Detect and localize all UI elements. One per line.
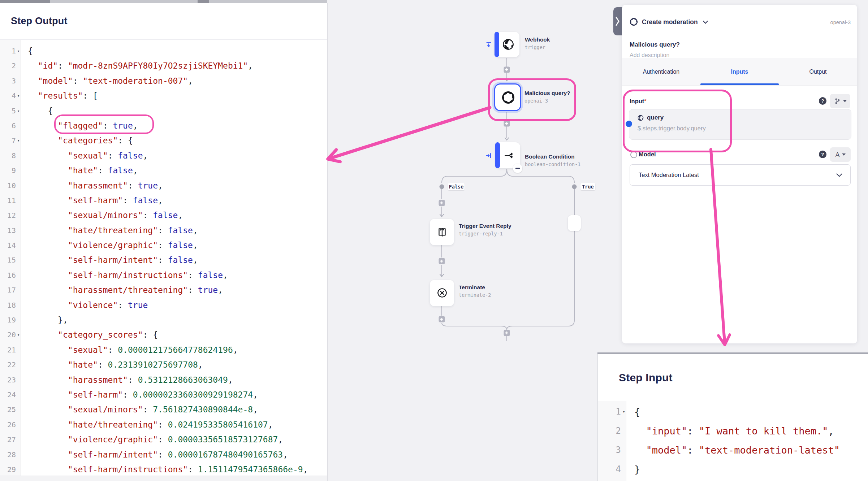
value-type-chip[interactable]: A	[830, 147, 851, 162]
inspector-node-name[interactable]: Malicious query?	[630, 41, 680, 48]
line-number: 27	[0, 432, 22, 447]
binding-mode-chip[interactable]	[830, 94, 850, 108]
node-title: Trigger Event Reply	[459, 223, 511, 229]
type-letter: A	[835, 151, 840, 159]
line-number: 13	[0, 223, 22, 238]
fold-toggle-icon[interactable]: ▾	[16, 44, 21, 58]
code-line: 17 "harassment/threatening": true,	[0, 283, 326, 298]
fold-toggle-icon[interactable]: ▾	[622, 402, 626, 421]
fold-toggle-icon[interactable]: ▾	[16, 133, 21, 148]
help-icon[interactable]: ?	[819, 151, 826, 158]
line-number: 20▾	[0, 328, 22, 342]
line-number: 23	[0, 373, 22, 387]
branch-label-true: True	[580, 183, 595, 190]
step-input-code: 1▾{2 "input": "I want to kill them.",3 "…	[598, 402, 868, 479]
caret-down-icon	[842, 153, 846, 156]
line-number: 12	[0, 208, 22, 223]
tab-inputs[interactable]: Inputs	[700, 58, 779, 85]
annotation-highlight-flagged	[54, 114, 154, 134]
chevron-down-icon	[836, 173, 842, 177]
code-line: 14 "violence/graphic": false,	[0, 238, 326, 253]
add-step-button[interactable]	[504, 121, 510, 127]
node-subtitle: terminate-2	[459, 292, 491, 298]
code-line: 2 "id": "modr-8znS9APFY80Iy7O2szjiSKEYMe…	[0, 58, 326, 73]
line-number: 11	[0, 193, 22, 208]
node-subtitle: trigger-reply-1	[459, 231, 511, 237]
code-line: 29 "self-harm/instructions": 1.151147954…	[0, 462, 326, 477]
terminate-icon	[436, 287, 448, 299]
node-inspector-panel: Create moderation openai-3 Malicious que…	[622, 5, 857, 343]
fold-toggle-icon[interactable]: ▾	[16, 88, 21, 103]
code-line: 7▾ "categories": {	[0, 133, 326, 148]
model-select[interactable]: Text Moderation Latest	[630, 164, 851, 186]
chevron-right-icon	[613, 7, 621, 35]
tab-output[interactable]: Output	[779, 58, 857, 85]
line-number: 18	[0, 298, 22, 313]
model-selected-value: Text Moderation Latest	[639, 165, 699, 185]
scrollbar-thumb[interactable]	[198, 0, 209, 3]
annotation-highlight-openai-node	[488, 78, 576, 121]
node-subtitle: boolean-condition-1	[525, 161, 580, 167]
inspector-node-id: openai-3	[830, 20, 851, 25]
node-subtitle: trigger	[525, 44, 550, 50]
fold-toggle-icon[interactable]: ▾	[16, 104, 21, 118]
branch-icon	[503, 149, 515, 162]
add-step-button[interactable]	[504, 330, 510, 336]
inspector-tabs: Authentication Inputs Output	[622, 58, 857, 86]
add-step-button[interactable]	[439, 258, 445, 264]
add-step-button[interactable]	[439, 316, 445, 322]
line-number: 4▾	[0, 88, 22, 103]
code-bottom-scroll-area[interactable]	[0, 476, 327, 481]
node-webhook[interactable]	[495, 32, 519, 57]
horizontal-scrollbar[interactable]	[0, 0, 327, 3]
code-line: 25 "sexual/minors": 7.561827430890844e-8…	[0, 402, 326, 417]
help-icon[interactable]: ?	[819, 97, 826, 105]
trigger-in-icon	[485, 41, 492, 48]
line-number: 25	[0, 402, 22, 417]
chevron-down-icon[interactable]	[703, 21, 708, 24]
code-line: 15 "self-harm/intent": false,	[0, 253, 326, 268]
inspector-node-type[interactable]: Create moderation	[642, 18, 698, 26]
line-number: 1▾	[598, 402, 630, 421]
line-number: 6	[0, 118, 22, 133]
code-line: 4}	[598, 460, 868, 479]
line-number: 21	[0, 343, 22, 358]
openai-icon	[629, 17, 638, 26]
step-input-title: Step Input	[619, 372, 673, 384]
line-number: 14	[0, 238, 22, 253]
drop-placeholder-node[interactable]	[568, 215, 581, 231]
code-line: 10 "harassment": true,	[0, 178, 326, 193]
divider	[0, 39, 327, 40]
scrollbar-thumb[interactable]	[0, 0, 50, 3]
fold-toggle-icon[interactable]: ▾	[16, 328, 21, 342]
code-line: 3 "model": "text-moderation-latest"	[598, 441, 868, 460]
code-line: 8 "sexual": false,	[0, 148, 326, 163]
tab-authentication[interactable]: Authentication	[622, 58, 700, 85]
node-accent-bar	[495, 142, 500, 168]
line-number: 3	[598, 441, 630, 460]
line-number: 3	[0, 74, 22, 88]
node-trigger-event-reply[interactable]	[430, 219, 454, 245]
node-terminate[interactable]	[430, 280, 454, 306]
step-output-panel: Step Output 1▾{2 "id": "modr-8znS9APFY80…	[0, 3, 328, 481]
code-line: 24 "self-harm": 0.0000023360300929198274…	[0, 387, 326, 402]
code-line: 22 "hate": 0.2313910275697708,	[0, 358, 326, 372]
collapse-branch-button[interactable]	[513, 164, 522, 173]
node-title: Webhook	[525, 36, 550, 43]
step-input-panel: Step Input 1▾{2 "input": "I want to kill…	[597, 354, 868, 481]
code-line: 5▾ {	[0, 104, 326, 118]
node-terminate-label: Terminate terminate-2	[459, 284, 491, 298]
reply-icon	[436, 226, 448, 238]
line-number: 26	[0, 417, 22, 432]
node-boolean-label: Boolean Condition boolean-condition-1	[525, 153, 580, 167]
code-line: 13 "hate/threatening": false,	[0, 223, 326, 238]
node-title: Terminate	[459, 284, 491, 291]
branch-label-false: False	[448, 183, 465, 190]
step-output-code: 1▾{2 "id": "modr-8znS9APFY80Iy7O2szjiSKE…	[0, 44, 326, 477]
line-number: 5▾	[0, 104, 22, 118]
globe-icon	[502, 38, 515, 51]
active-tab-underline	[700, 83, 779, 85]
caret-down-icon	[843, 100, 847, 102]
add-step-button[interactable]	[439, 200, 445, 206]
add-step-button[interactable]	[504, 67, 510, 73]
